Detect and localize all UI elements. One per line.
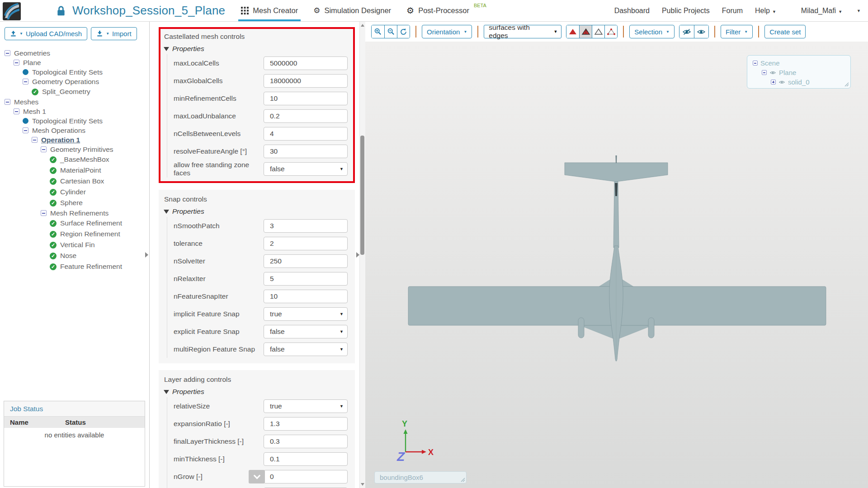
zoom-out-button[interactable] xyxy=(384,25,397,38)
bounding-box-overlay[interactable]: boundingBox6 xyxy=(374,471,467,483)
selection-dropdown[interactable]: Selection ▼ xyxy=(629,25,675,38)
field-input[interactable] xyxy=(264,237,348,250)
properties-group-header[interactable]: Properties xyxy=(164,388,349,396)
render-wireframe-button[interactable] xyxy=(592,25,604,38)
properties-group-header[interactable]: Properties xyxy=(164,45,349,53)
viewport-canvas[interactable]: Scene Plane solid_0 xyxy=(365,42,868,488)
collapse-icon[interactable] xyxy=(23,127,28,133)
tree-item-feature-refinement[interactable]: Feature Refinement xyxy=(0,261,149,272)
nav-forum[interactable]: Forum xyxy=(722,7,743,15)
field-input[interactable] xyxy=(264,290,348,303)
field-input[interactable] xyxy=(264,145,348,158)
field-input[interactable] xyxy=(264,272,348,286)
zoom-in-button[interactable] xyxy=(372,25,384,38)
render-points-button[interactable] xyxy=(604,25,617,38)
tree-item-surface-refinement[interactable]: Surface Refinement xyxy=(0,218,149,229)
field-select[interactable]: true ▼ xyxy=(264,307,348,321)
render-mode-select[interactable]: surfaces with edges ▼ xyxy=(484,25,561,38)
hide-selection-button[interactable] xyxy=(679,25,694,38)
collapse-icon[interactable] xyxy=(762,70,767,75)
tree-item-cylinder[interactable]: Cylinder xyxy=(0,187,149,197)
scene-tree-node-plane[interactable]: Plane xyxy=(747,68,850,77)
tree-item-topological-entity-sets[interactable]: Topological Entity Sets xyxy=(0,116,149,126)
upload-cad-mesh-button[interactable]: ▼ Upload CAD/mesh xyxy=(5,27,87,40)
field-input[interactable] xyxy=(264,219,348,233)
collapse-icon[interactable] xyxy=(41,210,47,216)
tree-item-mesh-refinements[interactable]: Mesh Refinements xyxy=(0,208,149,218)
nav-public-projects[interactable]: Public Projects xyxy=(662,7,710,15)
scene-tree-root[interactable]: Scene xyxy=(747,58,850,68)
reset-view-button[interactable] xyxy=(397,25,410,38)
resize-handle-icon[interactable] xyxy=(461,478,465,482)
tree-item-mesh-1[interactable]: Mesh 1 xyxy=(0,107,149,116)
collapse-icon[interactable] xyxy=(753,61,758,66)
field-input[interactable] xyxy=(264,127,348,141)
tab-post-processor[interactable]: ⚙ Post-Processor BETA xyxy=(406,0,486,21)
help-menu[interactable]: Help▼ xyxy=(755,7,776,15)
field-input[interactable] xyxy=(264,74,348,88)
field-input[interactable] xyxy=(264,109,348,123)
field-input[interactable] xyxy=(264,56,348,70)
nav-dashboard[interactable]: Dashboard xyxy=(614,7,650,15)
expand-icon[interactable] xyxy=(771,80,776,84)
collapse-icon[interactable] xyxy=(14,60,19,66)
collapse-icon[interactable] xyxy=(32,137,38,143)
scroll-down-button[interactable] xyxy=(249,470,265,483)
tab-simulation-designer[interactable]: ⚙ Simulation Designer xyxy=(313,0,391,21)
user-menu[interactable]: Milad_Mafi▼ xyxy=(801,7,842,15)
panel-collapse-handle[interactable] xyxy=(356,252,359,258)
tree-item-materialpoint[interactable]: MaterialPoint xyxy=(0,165,149,176)
collapse-icon[interactable] xyxy=(23,79,28,84)
field-input[interactable] xyxy=(264,470,348,483)
field-select[interactable]: true ▼ xyxy=(264,399,348,413)
resize-handle-icon[interactable] xyxy=(844,82,849,87)
field-input[interactable] xyxy=(264,452,348,466)
tree-item-cartesian-box[interactable]: Cartesian Box xyxy=(0,176,149,187)
extra-menu-chevron-icon[interactable]: ▼ xyxy=(857,9,861,13)
tree-item-topological-entity-sets[interactable]: Topological Entity Sets xyxy=(0,67,149,77)
panel-collapse-handle[interactable] xyxy=(145,252,148,258)
tree-item-geometry-operations[interactable]: Geometry Operations xyxy=(0,77,149,86)
scrollbar-down-arrow[interactable] xyxy=(360,481,365,488)
app-logo[interactable] xyxy=(3,2,21,21)
collapse-icon[interactable] xyxy=(5,99,10,105)
orientation-dropdown[interactable]: Orientation ▼ xyxy=(422,25,472,38)
scrollbar-up-arrow[interactable] xyxy=(360,22,365,28)
tree-item-meshes[interactable]: Meshes xyxy=(0,97,149,107)
eye-icon[interactable] xyxy=(769,70,776,75)
tree-item-split-geometry[interactable]: Split_Geometry xyxy=(0,86,149,97)
tree-item-mesh-operations[interactable]: Mesh Operations xyxy=(0,126,149,135)
field-input[interactable] xyxy=(264,254,348,268)
properties-scrollbar[interactable] xyxy=(359,22,365,488)
tree-item-geometry-primitives[interactable]: Geometry Primitives xyxy=(0,145,149,154)
tab-mesh-creator[interactable]: Mesh Creator xyxy=(241,0,298,21)
create-set-button[interactable]: Create set xyxy=(764,25,806,38)
field-input[interactable] xyxy=(264,417,348,431)
show-selection-button[interactable] xyxy=(694,25,708,38)
import-button[interactable]: ▼ Import xyxy=(91,27,137,40)
filter-dropdown[interactable]: Filter ▼ xyxy=(721,25,753,38)
properties-group-header[interactable]: Properties xyxy=(164,207,349,216)
field-select[interactable]: false ▼ xyxy=(264,325,348,338)
collapse-icon[interactable] xyxy=(5,50,10,56)
scene-tree-leaf-solid0[interactable]: solid_0 xyxy=(747,77,850,87)
plane-model[interactable] xyxy=(371,42,868,488)
tree-item-basemeshbox[interactable]: _BaseMeshBox xyxy=(0,154,149,165)
tree-item-operation-1[interactable]: Operation 1 xyxy=(0,135,149,145)
scrollbar-thumb[interactable] xyxy=(360,136,364,255)
field-select[interactable]: false ▼ xyxy=(264,162,348,176)
tree-item-sphere[interactable]: Sphere xyxy=(0,197,149,208)
tree-item-plane[interactable]: Plane xyxy=(0,58,149,67)
tree-item-vertical-fin[interactable]: Vertical Fin xyxy=(0,239,149,250)
render-solid-button[interactable] xyxy=(566,25,579,38)
field-select[interactable]: false ▼ xyxy=(264,343,348,356)
field-input[interactable] xyxy=(264,92,348,105)
field-input[interactable] xyxy=(264,435,348,448)
collapse-icon[interactable] xyxy=(14,108,19,114)
tree-item-region-refinement[interactable]: Region Refinement xyxy=(0,229,149,239)
render-surfaces-edges-button[interactable] xyxy=(579,25,592,38)
eye-icon[interactable] xyxy=(778,80,785,84)
tree-item-geometries[interactable]: Geometries xyxy=(0,48,149,58)
collapse-icon[interactable] xyxy=(41,146,47,152)
tree-item-nose[interactable]: Nose xyxy=(0,250,149,261)
